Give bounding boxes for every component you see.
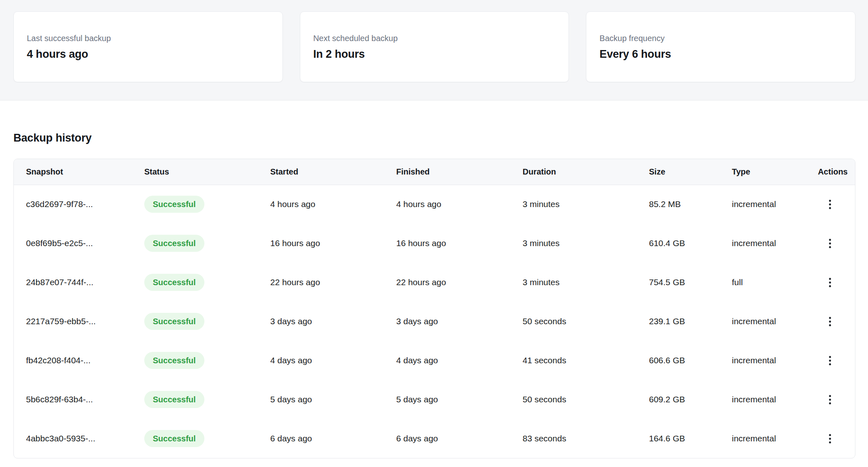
backup-history-table: Snapshot Status Started Finished Duratio… [14, 159, 855, 458]
snapshot-id-cell: 4abbc3a0-5935-... [14, 419, 144, 458]
status-cell: Successful [144, 302, 270, 341]
snapshot-id-cell: fb42c208-f404-... [14, 341, 144, 380]
status-cell: Successful [144, 380, 270, 419]
card-label: Backup frequency [599, 33, 842, 44]
duration-cell: 50 seconds [523, 302, 649, 341]
table-row: 24b87e07-744f-... Successful 22 hours ag… [14, 263, 855, 302]
started-cell: 4 hours ago [270, 185, 396, 224]
kebab-vertical-icon [829, 278, 831, 280]
column-header-size: Size [649, 159, 732, 185]
section-title: Backup history [13, 131, 855, 145]
type-cell: incremental [732, 302, 818, 341]
snapshot-id-cell: 2217a759-ebb5-... [14, 302, 144, 341]
size-cell: 606.6 GB [649, 341, 732, 380]
row-actions-button[interactable] [822, 196, 838, 212]
column-header-status: Status [144, 159, 270, 185]
summary-card-next-backup: Next scheduled backup In 2 hours [300, 11, 569, 82]
finished-cell: 6 days ago [396, 419, 523, 458]
type-cell: incremental [732, 341, 818, 380]
finished-cell: 5 days ago [396, 380, 523, 419]
actions-cell [818, 224, 855, 263]
actions-cell [818, 341, 855, 380]
actions-cell [818, 419, 855, 458]
column-header-type: Type [732, 159, 818, 185]
row-actions-button[interactable] [822, 274, 838, 290]
kebab-vertical-icon [829, 317, 831, 319]
started-cell: 5 days ago [270, 380, 396, 419]
snapshot-id-cell: c36d2697-9f78-... [14, 185, 144, 224]
status-badge: Successful [144, 430, 204, 447]
duration-cell: 83 seconds [523, 419, 649, 458]
type-cell: incremental [732, 224, 818, 263]
finished-cell: 4 days ago [396, 341, 523, 380]
finished-cell: 3 days ago [396, 302, 523, 341]
column-header-actions: Actions [818, 159, 855, 185]
duration-cell: 50 seconds [523, 380, 649, 419]
started-cell: 6 days ago [270, 419, 396, 458]
table-row: 0e8f69b5-e2c5-... Successful 16 hours ag… [14, 224, 855, 263]
finished-cell: 4 hours ago [396, 185, 523, 224]
column-header-duration: Duration [523, 159, 649, 185]
kebab-vertical-icon [829, 239, 831, 241]
column-header-snapshot: Snapshot [14, 159, 144, 185]
finished-cell: 16 hours ago [396, 224, 523, 263]
actions-cell [818, 380, 855, 419]
row-actions-button[interactable] [822, 430, 838, 447]
status-cell: Successful [144, 185, 270, 224]
row-actions-button[interactable] [822, 391, 838, 408]
card-label: Next scheduled backup [313, 33, 556, 44]
started-cell: 22 hours ago [270, 263, 396, 302]
started-cell: 3 days ago [270, 302, 396, 341]
table-row: 4abbc3a0-5935-... Successful 6 days ago … [14, 419, 855, 458]
size-cell: 164.6 GB [649, 419, 732, 458]
row-actions-button[interactable] [822, 352, 838, 369]
card-value: In 2 hours [313, 47, 556, 61]
row-actions-button[interactable] [822, 313, 838, 330]
type-cell: incremental [732, 380, 818, 419]
snapshot-id-cell: 0e8f69b5-e2c5-... [14, 224, 144, 263]
finished-cell: 22 hours ago [396, 263, 523, 302]
backup-history-section: Backup history Snapshot Status [0, 131, 868, 458]
actions-cell [818, 302, 855, 341]
table-row: 5b6c829f-63b4-... Successful 5 days ago … [14, 380, 855, 419]
status-badge: Successful [144, 196, 204, 213]
table-row: fb42c208-f404-... Successful 4 days ago … [14, 341, 855, 380]
size-cell: 610.4 GB [649, 224, 732, 263]
snapshot-id-cell: 24b87e07-744f-... [14, 263, 144, 302]
card-value: Every 6 hours [599, 47, 842, 61]
column-header-finished: Finished [396, 159, 523, 185]
duration-cell: 41 seconds [523, 341, 649, 380]
status-cell: Successful [144, 419, 270, 458]
actions-cell [818, 263, 855, 302]
backup-history-table-container: Snapshot Status Started Finished Duratio… [13, 159, 855, 458]
backups-page: Last successful backup 4 hours ago Next … [0, 0, 868, 458]
kebab-vertical-icon [829, 356, 831, 358]
status-cell: Successful [144, 224, 270, 263]
size-cell: 85.2 MB [649, 185, 732, 224]
type-cell: full [732, 263, 818, 302]
status-badge: Successful [144, 391, 204, 408]
table-row: c36d2697-9f78-... Successful 4 hours ago… [14, 185, 855, 224]
card-value: 4 hours ago [27, 47, 269, 61]
started-cell: 16 hours ago [270, 224, 396, 263]
card-label: Last successful backup [27, 33, 269, 44]
summary-card-last-backup: Last successful backup 4 hours ago [13, 11, 283, 82]
actions-cell [818, 185, 855, 224]
kebab-vertical-icon [829, 434, 831, 436]
table-row: 2217a759-ebb5-... Successful 3 days ago … [14, 302, 855, 341]
status-badge: Successful [144, 352, 204, 369]
snapshot-id-cell: 5b6c829f-63b4-... [14, 380, 144, 419]
status-cell: Successful [144, 263, 270, 302]
size-cell: 609.2 GB [649, 380, 732, 419]
summary-cards-band: Last successful backup 4 hours ago Next … [0, 0, 868, 100]
backup-history-body: c36d2697-9f78-... Successful 4 hours ago… [14, 185, 855, 458]
duration-cell: 3 minutes [523, 185, 649, 224]
status-badge: Successful [144, 274, 204, 291]
size-cell: 754.5 GB [649, 263, 732, 302]
column-header-started: Started [270, 159, 396, 185]
duration-cell: 3 minutes [523, 224, 649, 263]
table-header-row: Snapshot Status Started Finished Duratio… [14, 159, 855, 185]
kebab-vertical-icon [829, 200, 831, 202]
summary-card-backup-frequency: Backup frequency Every 6 hours [586, 11, 855, 82]
row-actions-button[interactable] [822, 235, 838, 251]
